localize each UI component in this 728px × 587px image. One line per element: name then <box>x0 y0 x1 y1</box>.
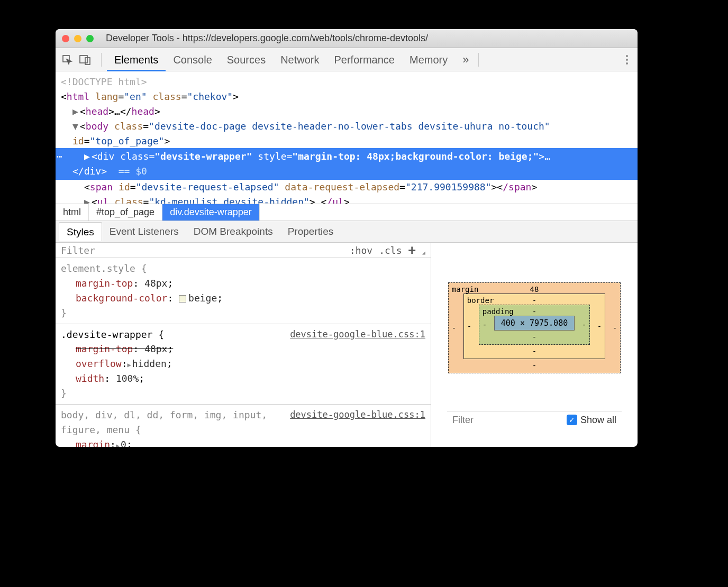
tab-dom-breakpoints[interactable]: DOM Breakpoints <box>186 222 280 241</box>
tab-event-listeners[interactable]: Event Listeners <box>102 222 186 241</box>
window-title: Developer Tools - https://developers.goo… <box>106 33 428 44</box>
dom-ul[interactable]: ▶<ul class="kd-menulist devsite-hidden">… <box>61 195 632 204</box>
tab-elements[interactable]: Elements <box>107 48 166 71</box>
dom-tree-panel[interactable]: <!DOCTYPE html> <html lang="en" class="c… <box>56 71 638 204</box>
tab-styles[interactable]: Styles <box>59 222 102 241</box>
device-toggle-icon[interactable] <box>78 52 93 67</box>
dom-html-open[interactable]: <html lang="en" class="chekov"> <box>61 89 632 104</box>
hov-toggle[interactable]: :hov <box>350 245 372 256</box>
kebab-menu-icon[interactable] <box>621 55 633 65</box>
filter-input[interactable]: Filter <box>61 245 95 256</box>
ellipsis-icon[interactable]: ⋯ <box>57 149 62 164</box>
breadcrumb: html #top_of_page div.devsite-wrapper <box>56 204 638 221</box>
dom-body-open[interactable]: ▼<body class="devsite-doc-page devsite-h… <box>61 119 632 134</box>
show-all-checkbox[interactable]: ✓ <box>567 415 577 425</box>
style-rule-group[interactable]: devsite-google-blue.css:1 body, div, dl,… <box>56 405 431 447</box>
css-source-link[interactable]: devsite-google-blue.css:1 <box>290 408 425 421</box>
tab-console[interactable]: Console <box>166 48 219 71</box>
breadcrumb-html[interactable]: html <box>56 204 89 221</box>
breadcrumb-body[interactable]: #top_of_page <box>89 204 162 221</box>
style-rule-devsite-wrapper[interactable]: devsite-google-blue.css:1 .devsite-wrapp… <box>56 324 431 405</box>
dom-body-id: id="top_of_page"> <box>61 134 632 149</box>
css-source-link[interactable]: devsite-google-blue.css:1 <box>290 327 425 341</box>
dom-span[interactable]: <span id="devsite-request-elapsed" data-… <box>61 180 632 195</box>
inspect-element-icon[interactable] <box>60 52 75 67</box>
lower-body: Filter :hov .cls + ◢ element.style { mar… <box>56 243 638 447</box>
box-model-content[interactable]: 400 × 7975.080 <box>494 316 575 331</box>
tab-memory[interactable]: Memory <box>402 48 455 71</box>
dom-head[interactable]: ▶<head>…</head> <box>61 104 632 119</box>
main-toolbar: Elements Console Sources Network Perform… <box>56 48 638 71</box>
tab-properties[interactable]: Properties <box>280 222 341 241</box>
breadcrumb-selected[interactable]: div.devsite-wrapper <box>162 204 260 221</box>
style-rule-element[interactable]: element.style { margin-top: 48px; backgr… <box>56 258 431 324</box>
more-tabs-icon[interactable]: » <box>458 53 473 67</box>
show-all-label: Show all <box>580 415 616 426</box>
toolbar-separator <box>478 53 479 67</box>
tab-network[interactable]: Network <box>273 48 326 71</box>
box-model-diagram[interactable]: margin 48 - - border - - - padding - - - <box>448 282 621 373</box>
devtools-window: Developer Tools - https://developers.goo… <box>56 29 638 447</box>
color-swatch[interactable] <box>179 295 186 302</box>
computed-filter-input[interactable]: Filter <box>452 415 474 426</box>
cls-toggle[interactable]: .cls <box>379 245 402 256</box>
window-minimize-button[interactable] <box>74 35 81 42</box>
tab-sources[interactable]: Sources <box>220 48 273 71</box>
window-close-button[interactable] <box>62 35 69 42</box>
computed-filter-row: Filter ✓ Show all <box>447 411 622 426</box>
window-titlebar: Developer Tools - https://developers.goo… <box>56 29 638 48</box>
styles-filter-row: Filter :hov .cls + ◢ <box>56 243 431 258</box>
svg-rect-1 <box>80 56 87 63</box>
sidebar-tabs: Styles Event Listeners DOM Breakpoints P… <box>56 221 638 243</box>
new-style-rule-button[interactable]: + <box>408 243 416 258</box>
resize-corner-icon[interactable]: ◢ <box>422 250 425 255</box>
styles-pane: Filter :hov .cls + ◢ element.style { mar… <box>56 243 431 447</box>
dom-selected-node[interactable]: ⋯ ▶<div class="devsite-wrapper" style="m… <box>56 148 638 180</box>
window-maximize-button[interactable] <box>86 35 94 42</box>
toolbar-separator <box>101 53 102 67</box>
tab-performance[interactable]: Performance <box>327 48 403 71</box>
computed-pane: margin 48 - - border - - - padding - - - <box>431 243 638 447</box>
dom-doctype: <!DOCTYPE html> <box>61 75 632 89</box>
